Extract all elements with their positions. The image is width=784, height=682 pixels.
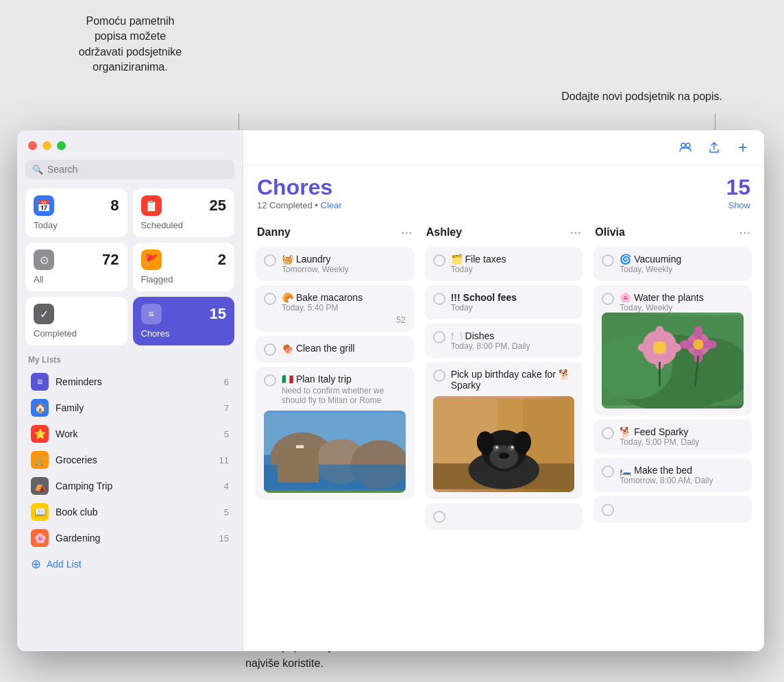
work-count: 5: [224, 429, 229, 439]
tile-today[interactable]: 📅 8 Today: [25, 188, 127, 237]
bake-checkbox[interactable]: [264, 293, 276, 305]
list-gardening[interactable]: 🌸 Gardening 15: [25, 525, 234, 551]
task-dishes[interactable]: 🍽️ Dishes Today, 8:00 PM, Daily: [425, 324, 583, 358]
camping-count: 4: [224, 481, 229, 491]
grill-checkbox[interactable]: [264, 343, 276, 356]
flagged-count: 2: [218, 251, 226, 269]
family-name: Family: [56, 402, 84, 413]
share-button[interactable]: [704, 137, 724, 158]
ashley-empty-card: [425, 503, 583, 530]
completed-text: 12 Completed: [257, 200, 313, 210]
top-right-callout: Dodajte novi podsjetnik na popis.: [517, 89, 722, 104]
olivia-empty-checkbox[interactable]: [602, 504, 614, 516]
add-list-button[interactable]: ⊕ Add List: [25, 552, 234, 576]
task-laundry[interactable]: 🧺 Laundry Tomorrow, Weekly: [256, 247, 414, 281]
tile-chores[interactable]: ≡ 15 Chores: [133, 297, 235, 345]
vacuum-title: 🌀 Vacuuming: [620, 254, 744, 265]
taxes-checkbox[interactable]: [433, 254, 445, 267]
bed-subtitle: Tomorrow, 8:00 AM, Daily: [620, 476, 744, 485]
groceries-count: 11: [219, 455, 229, 465]
groceries-icon: 🛒: [31, 451, 49, 469]
laundry-checkbox[interactable]: [264, 254, 276, 267]
cake-checkbox[interactable]: [433, 369, 445, 382]
water-checkbox[interactable]: [602, 293, 614, 305]
scheduled-label: Scheduled: [141, 220, 227, 230]
laundry-subtitle: Tomorrow, Weekly: [282, 265, 406, 274]
task-file-taxes[interactable]: 🗂️ File taxes Today: [425, 247, 583, 281]
school-subtitle: Today: [451, 303, 575, 313]
bed-title: 🛏️ Make the bed: [620, 465, 744, 476]
dishes-subtitle: Today, 8:00 PM, Daily: [451, 341, 575, 351]
top-left-callout: Pomoću pametnih popisa možete održavati …: [34, 14, 226, 75]
list-reminders[interactable]: ≡ Reminders 6: [25, 369, 234, 395]
task-italy-trip[interactable]: 🇮🇹 Plan Italy trip Need to confirm wheth…: [256, 367, 414, 500]
scheduled-count: 25: [210, 197, 226, 215]
chores-icon: ≡: [141, 304, 162, 324]
reminders-icon: ≡: [31, 373, 49, 391]
work-name: Work: [56, 428, 77, 439]
today-label: Today: [34, 220, 119, 230]
ashley-title: Ashley: [426, 226, 462, 239]
list-work[interactable]: ⭐ Work 5: [25, 421, 234, 447]
ashley-more-button[interactable]: ···: [570, 224, 582, 240]
tile-flagged[interactable]: 🚩 2 Flagged: [133, 243, 235, 291]
close-button[interactable]: [28, 141, 37, 150]
task-feed-sparky[interactable]: 🐕 Feed Sparky Today, 5:00 PM, Daily: [593, 419, 752, 454]
list-bookclub[interactable]: 📖 Book club 5: [25, 499, 234, 525]
tile-all[interactable]: ⊙ 72 All: [25, 243, 127, 291]
gardening-count: 15: [219, 533, 229, 544]
all-icon: ⊙: [34, 249, 54, 270]
list-camping[interactable]: ⛺ Camping Trip 4: [25, 473, 234, 499]
bookclub-icon: 📖: [31, 503, 49, 521]
show-link[interactable]: Show: [726, 200, 750, 210]
all-count: 72: [102, 251, 119, 269]
svg-point-43: [680, 340, 696, 349]
feed-title: 🐕 Feed Sparky: [620, 426, 744, 437]
grill-title: 🍖 Clean the grill: [282, 343, 406, 354]
task-vacuuming[interactable]: 🌀 Vacuuming Today, Weekly: [593, 247, 752, 281]
chores-count: 15: [210, 305, 226, 323]
dishes-checkbox[interactable]: [433, 331, 445, 343]
school-checkbox[interactable]: [433, 293, 445, 305]
add-reminder-button[interactable]: +: [733, 137, 753, 158]
task-school-fees[interactable]: !!! School fees Today: [425, 285, 583, 319]
search-input[interactable]: [47, 164, 228, 175]
search-bar[interactable]: 🔍: [25, 160, 234, 179]
tile-scheduled[interactable]: 📋 25 Scheduled: [133, 188, 235, 237]
task-bake-macarons[interactable]: 🥐 Bake macarons Today, 5:40 PM 52: [256, 285, 414, 332]
bake-subtitle: Today, 5:40 PM: [282, 303, 406, 313]
collab-button[interactable]: [675, 137, 696, 158]
list-family[interactable]: 🏠 Family 7: [25, 395, 234, 421]
smart-tiles-grid: 📅 8 Today 📋 25 Scheduled ⊙ 72 All: [25, 188, 234, 345]
svg-point-39: [653, 341, 666, 354]
task-make-bed[interactable]: 🛏️ Make the bed Tomorrow, 8:00 AM, Daily: [593, 458, 752, 492]
family-icon: 🏠: [31, 399, 49, 417]
minimize-button[interactable]: [42, 141, 51, 150]
clear-link[interactable]: Clear: [321, 200, 342, 210]
camping-icon: ⛺: [31, 477, 49, 495]
feed-checkbox[interactable]: [602, 427, 614, 439]
tile-completed[interactable]: ✓ Completed: [25, 297, 127, 345]
danny-title: Danny: [257, 226, 291, 239]
task-water-plants[interactable]: 🌸 Water the plants Today, Weekly: [593, 285, 752, 415]
svg-rect-8: [296, 446, 304, 461]
list-groceries[interactable]: 🛒 Groceries 11: [25, 447, 234, 473]
dishes-title: 🍽️ Dishes: [451, 330, 575, 341]
svg-point-24: [511, 446, 513, 449]
task-clean-grill[interactable]: 🍖 Clean the grill: [256, 336, 414, 363]
danny-more-button[interactable]: ···: [401, 224, 413, 240]
ashley-empty-checkbox[interactable]: [433, 511, 445, 523]
sidebar: 🔍 📅 8 Today 📋 25 Scheduled: [17, 130, 243, 651]
bake-badge: 52: [264, 315, 406, 325]
vacuum-checkbox[interactable]: [602, 254, 614, 267]
maximize-button[interactable]: [57, 141, 66, 150]
water-title: 🌸 Water the plants: [620, 292, 744, 303]
bed-checkbox[interactable]: [602, 465, 614, 478]
column-olivia: Olivia ··· 🌀 Vacuuming Today, Weekly: [588, 216, 757, 644]
olivia-more-button[interactable]: ···: [739, 224, 750, 240]
task-birthday-cake[interactable]: Pick up birthday cake for 🐕 Sparky: [425, 362, 583, 499]
family-count: 7: [224, 403, 229, 413]
work-icon: ⭐: [31, 425, 49, 443]
column-ashley: Ashley ··· 🗂️ File taxes Today: [419, 216, 589, 644]
italy-checkbox[interactable]: [264, 374, 276, 387]
